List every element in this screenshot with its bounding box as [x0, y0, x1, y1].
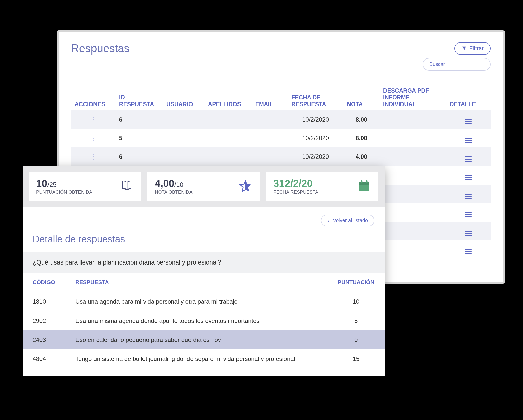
col-respuesta: RESPUESTA — [65, 273, 327, 292]
detail-icon[interactable] — [465, 249, 472, 254]
cell-id: 6 — [116, 147, 163, 166]
col-pdf: DESCARGA PDF INFORME INDIVIDUAL — [379, 85, 446, 110]
date-label: FECHA RESPUESTA — [273, 190, 318, 195]
row-actions-icon[interactable]: ⋮ — [75, 116, 112, 124]
filter-button[interactable]: Filtrar — [454, 42, 491, 55]
cell-fecha: 10/2/2020 — [288, 129, 343, 147]
back-link-label: Volver al listado — [333, 218, 368, 223]
cell-codigo: 4804 — [23, 349, 65, 369]
cell-respuesta: Uso en calendario pequeño para saber que… — [65, 330, 327, 349]
table-row: ⋮610/2/20208.00 — [71, 110, 491, 129]
cell-email — [252, 147, 288, 166]
cell-usuario — [163, 147, 205, 166]
filter-label: Filtrar — [469, 45, 484, 52]
col-detalle: DETALLE — [446, 85, 491, 110]
cell-pdf — [379, 222, 446, 240]
cell-email — [252, 110, 288, 129]
detail-panel: 10/25 PUNTUACIÓN OBTENIDA 4,00/10 NOTA O… — [23, 166, 385, 376]
cell-codigo: 2403 — [23, 330, 65, 349]
book-icon — [120, 179, 134, 194]
cell-usuario — [163, 110, 205, 129]
col-acciones: ACCIONES — [71, 85, 116, 110]
col-fecha: FECHA DE RESPUESTA — [288, 85, 343, 110]
chevron-left-icon: ‹ — [327, 218, 329, 223]
score-max: /25 — [47, 181, 57, 188]
cell-pdf — [379, 166, 446, 185]
cell-puntuacion: 15 — [327, 349, 385, 369]
question-text: ¿Qué usas para llevar la planificación d… — [23, 252, 385, 273]
svg-rect-3 — [366, 180, 368, 183]
table-row: ⋮610/2/20204.00 — [71, 147, 491, 166]
detail-icon[interactable] — [465, 156, 472, 162]
top-controls: Filtrar — [423, 42, 491, 71]
score-label: PUNTUACIÓN OBTENIDA — [36, 190, 92, 195]
search-input[interactable] — [423, 58, 491, 71]
calendar-icon — [357, 179, 371, 194]
detail-icon[interactable] — [465, 194, 472, 199]
cell-apellidos — [205, 110, 252, 129]
stat-score: 10/25 PUNTUACIÓN OBTENIDA — [29, 172, 141, 201]
cell-pdf — [379, 110, 446, 129]
stat-grade: 4,00/10 NOTA OBTENIDA — [147, 172, 260, 201]
cell-respuesta: Usa una agenda para mi vida personal y o… — [65, 292, 327, 311]
col-apellidos: APELLIDOS — [205, 85, 252, 110]
answer-row: 4804Tengo un sistema de bullet journalin… — [23, 349, 385, 369]
detail-title: Detalle de respuestas — [33, 226, 374, 245]
score-value: 10 — [36, 178, 47, 189]
cell-puntuacion: 0 — [327, 330, 385, 349]
star-icon — [239, 179, 252, 194]
detail-icon[interactable] — [465, 175, 472, 180]
table-row: ⋮510/2/20208.00 — [71, 129, 491, 147]
grade-max: /10 — [174, 181, 183, 188]
row-actions-icon[interactable]: ⋮ — [75, 153, 112, 161]
grade-value: 4,00 — [155, 178, 174, 189]
cell-usuario — [163, 129, 205, 147]
cell-fecha: 10/2/2020 — [288, 147, 343, 166]
cell-pdf — [379, 185, 446, 203]
cell-codigo: 1810 — [23, 292, 65, 311]
cell-puntuacion: 5 — [327, 311, 385, 330]
cell-pdf — [379, 203, 446, 222]
detail-icon[interactable] — [465, 231, 472, 236]
cell-puntuacion: 10 — [327, 292, 385, 311]
cell-fecha: 10/2/2020 — [288, 110, 343, 129]
stat-date: 312/2/20 FECHA RESPUESTA — [266, 172, 378, 201]
answer-row: 2403Uso en calendario pequeño para saber… — [23, 330, 385, 349]
row-actions-icon[interactable]: ⋮ — [75, 134, 112, 142]
answer-row: 2902Usa una misma agenda donde apunto to… — [23, 311, 385, 330]
cell-nota: 8.00 — [343, 110, 379, 129]
col-usuario: USUARIO — [163, 85, 205, 110]
col-puntuacion: PUNTUACIÓN — [327, 273, 385, 292]
grade-label: NOTA OBTENIDA — [155, 190, 193, 195]
cell-apellidos — [205, 129, 252, 147]
cell-email — [252, 129, 288, 147]
cell-apellidos — [205, 147, 252, 166]
date-value: 312/2/20 — [273, 178, 313, 189]
cell-pdf — [379, 147, 446, 166]
detail-icon[interactable] — [465, 138, 472, 143]
stats-bar: 10/25 PUNTUACIÓN OBTENIDA 4,00/10 NOTA O… — [23, 166, 385, 207]
answer-row: 1810Usa una agenda para mi vida personal… — [23, 292, 385, 311]
back-to-list-button[interactable]: ‹ Volver al listado — [321, 215, 374, 226]
detail-icon[interactable] — [465, 119, 472, 124]
col-email: EMAIL — [252, 85, 288, 110]
cell-pdf — [379, 240, 446, 259]
cell-codigo: 2902 — [23, 311, 65, 330]
cell-id: 6 — [116, 110, 163, 129]
col-codigo: CÓDIGO — [23, 273, 65, 292]
cell-nota: 8.00 — [343, 129, 379, 147]
cell-respuesta: Tengo un sistema de bullet journaling do… — [65, 349, 327, 369]
cell-nota: 4.00 — [343, 147, 379, 166]
cell-id: 5 — [116, 129, 163, 147]
cell-pdf — [379, 129, 446, 147]
svg-rect-1 — [359, 182, 369, 185]
cell-respuesta: Usa una misma agenda donde apunto todos … — [65, 311, 327, 330]
answers-table: CÓDIGO RESPUESTA PUNTUACIÓN 1810Usa una … — [23, 273, 385, 369]
col-id-respuesta: ID RESPUESTA — [116, 85, 163, 110]
filter-icon — [461, 46, 467, 51]
detail-icon[interactable] — [465, 212, 472, 217]
svg-rect-2 — [361, 180, 363, 183]
col-nota: NOTA — [343, 85, 379, 110]
